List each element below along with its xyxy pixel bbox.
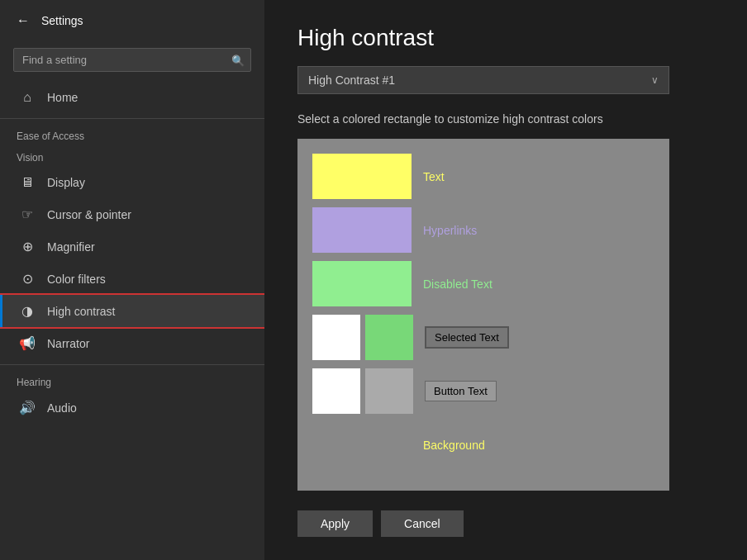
divider2	[0, 364, 264, 365]
search-icon: 🔍	[231, 54, 245, 66]
color-label-hyperlinks: Hyperlinks	[423, 224, 477, 237]
swatch-hyperlinks[interactable]	[312, 207, 412, 253]
cancel-button[interactable]: Cancel	[381, 510, 464, 537]
back-button[interactable]: ←	[13, 10, 33, 31]
theme-dropdown-value: High Contrast #1	[308, 74, 395, 87]
swatch-background[interactable]	[312, 422, 412, 467]
magnifier-icon: ⊕	[19, 239, 36, 254]
search-input[interactable]	[13, 48, 251, 72]
hearing-label: Hearing	[0, 370, 264, 392]
swatch-selected-fg[interactable]	[312, 315, 360, 360]
swatch-text[interactable]	[312, 154, 412, 199]
sidebar-item-magnifier-label: Magnifier	[47, 240, 95, 254]
sidebar-item-magnifier[interactable]: ⊕ Magnifier	[0, 230, 264, 263]
app-title: Settings	[41, 14, 83, 27]
color-label-text: Text	[423, 170, 445, 183]
sidebar-header: ← Settings	[0, 0, 264, 41]
sidebar-item-home[interactable]: ⌂ Home	[0, 82, 264, 113]
action-buttons: Apply Cancel	[297, 510, 714, 537]
divider	[0, 118, 264, 119]
audio-icon: 🔊	[19, 400, 36, 415]
sidebar-item-display[interactable]: 🖥 Display	[0, 167, 264, 198]
color-row-background: Background	[312, 422, 654, 467]
sidebar: ← Settings 🔍 ⌂ Home Ease of Access Visio…	[0, 0, 264, 560]
sidebar-item-display-label: Display	[47, 176, 85, 189]
swatch-pair-selected	[312, 315, 413, 360]
home-icon: ⌂	[19, 90, 36, 105]
sidebar-item-cursor-label: Cursor & pointer	[47, 208, 131, 221]
swatch-button-bg[interactable]	[365, 368, 413, 414]
sidebar-item-narrator[interactable]: 📢 Narrator	[0, 327, 264, 359]
cursor-pointer-icon: ☞	[19, 206, 36, 222]
page-title: High contrast	[297, 25, 714, 51]
color-row-text: Text	[312, 154, 654, 199]
sidebar-item-high-contrast[interactable]: ◑ High contrast	[0, 295, 264, 327]
color-row-hyperlinks: Hyperlinks	[312, 207, 654, 253]
sidebar-item-color-filters[interactable]: ⊙ Color filters	[0, 263, 264, 295]
color-label-disabled-text: Disabled Text	[423, 278, 492, 291]
display-icon: 🖥	[19, 175, 36, 190]
swatch-disabled-text[interactable]	[312, 261, 412, 306]
sidebar-item-high-contrast-label: High contrast	[47, 305, 115, 318]
sidebar-item-color-filters-label: Color filters	[47, 273, 106, 286]
main-content: High contrast High Contrast #1 ∨ Select …	[264, 0, 747, 560]
narrator-icon: 📢	[19, 335, 36, 351]
subtitle-text: Select a colored rectangle to customize …	[297, 112, 714, 126]
sidebar-item-audio-label: Audio	[47, 401, 77, 415]
color-row-selected-text: Selected Text	[312, 315, 654, 360]
ease-of-access-label: Ease of Access	[0, 124, 264, 145]
color-row-button-text: Button Text	[312, 368, 654, 414]
color-label-background: Background	[423, 439, 485, 452]
color-row-disabled-text: Disabled Text	[312, 261, 654, 306]
swatch-button-fg[interactable]	[312, 368, 360, 414]
button-text-badge[interactable]: Button Text	[425, 381, 497, 401]
search-container: 🔍	[13, 48, 251, 72]
selected-text-badge[interactable]: Selected Text	[425, 326, 509, 349]
sidebar-item-cursor-pointer[interactable]: ☞ Cursor & pointer	[0, 198, 264, 230]
theme-dropdown[interactable]: High Contrast #1 ∨	[297, 66, 669, 94]
color-grid: Text Hyperlinks Disabled Text Selected T…	[297, 139, 669, 491]
sidebar-item-home-label: Home	[47, 91, 78, 104]
vision-label: Vision	[0, 145, 264, 167]
color-filters-icon: ⊙	[19, 271, 36, 287]
swatch-pair-button	[312, 368, 413, 414]
apply-button[interactable]: Apply	[297, 510, 373, 537]
sidebar-item-narrator-label: Narrator	[47, 337, 89, 350]
chevron-down-icon: ∨	[651, 74, 659, 86]
swatch-selected-bg[interactable]	[365, 315, 413, 360]
high-contrast-icon: ◑	[19, 303, 36, 319]
sidebar-item-audio[interactable]: 🔊 Audio	[0, 392, 264, 424]
